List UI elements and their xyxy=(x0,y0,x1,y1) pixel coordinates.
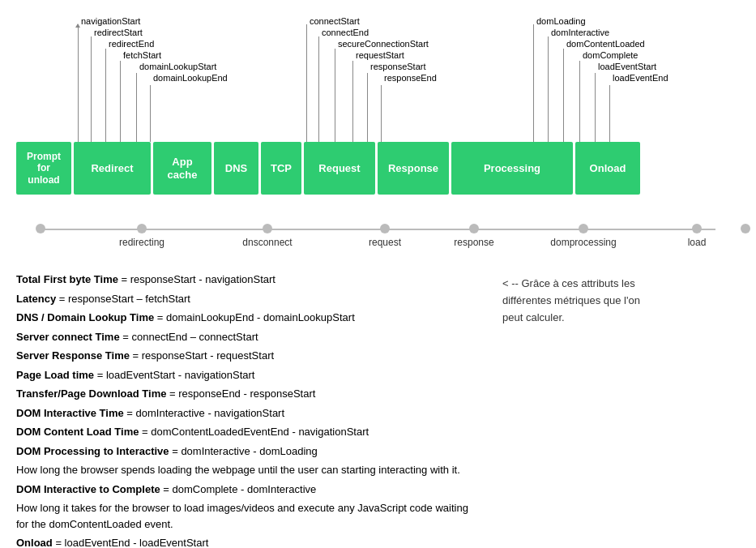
block-appcache: Appcache xyxy=(153,142,211,195)
side-note-text: < -- Grâce à ces attributs les différent… xyxy=(502,277,640,323)
timeline-label-request: request xyxy=(369,237,401,248)
metric-server-response: Server Response Time = responseStart - r… xyxy=(16,348,486,364)
timeline-label-dnsconnect: dnsconnect xyxy=(242,237,292,248)
tick-label-dominteractive: domInteractive xyxy=(551,28,609,37)
connectors-area: navigationStart redirectStart redirectEn… xyxy=(16,16,740,142)
metric-dom-content: DOM Content Load Time = domContentLoaded… xyxy=(16,424,486,440)
tick-label-dls: domainLookupStart xyxy=(139,62,216,71)
block-redirect: Redirect xyxy=(74,142,151,195)
tick-label-les: loadEventStart xyxy=(598,62,656,71)
connector-line xyxy=(595,73,596,142)
connector-line xyxy=(318,36,319,142)
tick-label-connectstart: connectStart xyxy=(310,16,360,26)
metric-dom-interactive-time: DOM Interactive Time = domInteractive - … xyxy=(16,405,486,422)
block-tcp: TCP xyxy=(261,142,301,195)
connector-line xyxy=(105,49,106,142)
block-request: Request xyxy=(304,142,375,195)
tick-label-redirectstart: redirectStart xyxy=(94,28,143,37)
block-processing: Processing xyxy=(451,142,573,195)
metric-onload: Onload = loadEventEnd - loadEventStart xyxy=(16,535,486,548)
metrics-right: < -- Grâce à ces attributs les différent… xyxy=(502,272,740,548)
tick-label-dle: domainLookupEnd xyxy=(153,73,228,83)
connector-line xyxy=(563,49,564,142)
connector-line xyxy=(150,85,151,142)
timeline-label-domprocessing: domprocessing xyxy=(550,237,616,248)
timeline-dot xyxy=(579,224,588,233)
block-dns: DNS xyxy=(214,142,258,195)
tick-label-lee: loadEventEnd xyxy=(613,73,668,83)
metric-server-connect: Server connect Time = connectEnd – conne… xyxy=(16,329,486,345)
connector-line xyxy=(306,24,307,142)
metric-page-load: Page Load time = loadEventStart - naviga… xyxy=(16,367,486,383)
connector-line xyxy=(579,61,580,142)
connector-line xyxy=(367,73,368,142)
timeline-label-load: load xyxy=(688,237,707,248)
connector-line xyxy=(136,73,137,142)
connector-line xyxy=(78,24,79,142)
tick-label-domcomplete: domComplete xyxy=(583,50,638,60)
timeline-dot xyxy=(741,224,750,233)
block-prompt: Prompt for unload xyxy=(16,142,71,195)
tick-label-scs: secureConnectionStart xyxy=(338,39,429,49)
tick-label-respstart: responseStart xyxy=(370,62,425,71)
tick-label-reqstart: requestStart xyxy=(356,50,404,60)
tick-label-dcl: domContentLoaded xyxy=(566,39,645,49)
metric-dom-processing: DOM Processing to Interactive = domInter… xyxy=(16,443,486,460)
connector-line xyxy=(120,61,121,142)
connector-line xyxy=(91,36,92,142)
connector-line xyxy=(335,49,335,142)
block-response: Response xyxy=(378,142,449,195)
connector-line xyxy=(381,85,382,142)
metric-latency: Latency = responseStart – fetchStart xyxy=(16,291,486,307)
timeline-label-redirecting: redirecting xyxy=(119,237,164,248)
metrics-left: Total First byte Time = responseStart - … xyxy=(16,272,486,548)
tick-label-redirectend: redirectEnd xyxy=(109,39,154,49)
metric-tfbt: Total First byte Time = responseStart - … xyxy=(16,272,486,288)
diagram-section: navigationStart redirectStart redirectEn… xyxy=(16,16,740,195)
block-onload: Onload xyxy=(575,142,640,195)
tick-label-connectend: connectEnd xyxy=(322,28,369,37)
metric-dom-interactive-complete: DOM Interactive to Complete = domComplet… xyxy=(16,482,486,498)
blocks-row: Prompt for unload Redirect Appcache DNS … xyxy=(16,142,740,195)
metric-dom-interactive-complete-desc: How long it takes for the browser to loa… xyxy=(16,500,486,532)
timeline-dot xyxy=(380,224,390,233)
timeline-dot xyxy=(137,224,147,233)
timeline-dot xyxy=(469,224,479,233)
connector-line xyxy=(609,85,610,142)
timeline-dot xyxy=(263,224,272,233)
timeline-label-response: response xyxy=(454,237,493,248)
timeline-section: redirecting dnsconnect request response … xyxy=(16,219,740,255)
tick-label-navstart: navigationStart xyxy=(81,16,140,26)
tick-label-respend: responseEnd xyxy=(384,73,437,83)
connector-line xyxy=(352,61,353,142)
tick-label-domloading: domLoading xyxy=(536,16,586,26)
metrics-section: Total First byte Time = responseStart - … xyxy=(16,272,740,548)
metric-dom-processing-desc: How long the browser spends loading the … xyxy=(16,462,486,478)
metric-dns: DNS / Domain Lookup Time = domainLookupE… xyxy=(16,310,486,326)
timeline-dot xyxy=(692,224,702,233)
connector-line xyxy=(533,24,534,142)
connector-line xyxy=(548,36,549,142)
metric-transfer: Transfer/Page Download Time = responseEn… xyxy=(16,386,486,402)
timeline-dot xyxy=(36,224,45,233)
tick-label-fetchstart: fetchStart xyxy=(123,50,161,60)
